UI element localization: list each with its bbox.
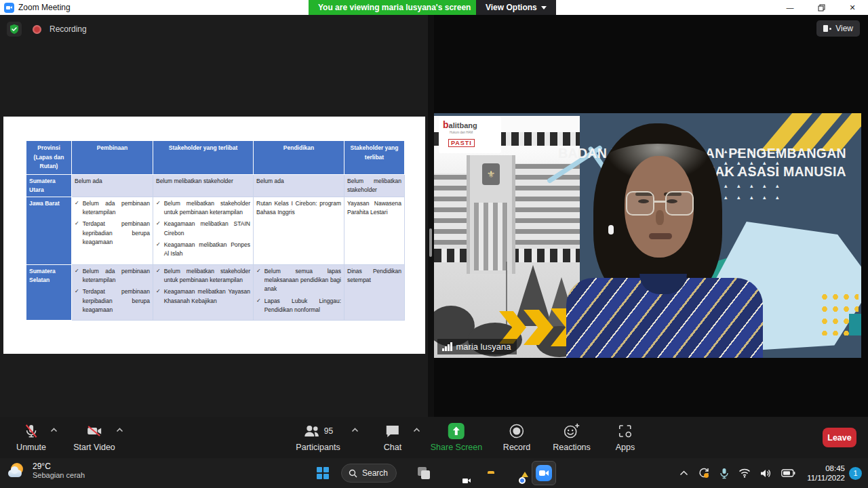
- search-icon: [349, 469, 357, 478]
- view-layout-button[interactable]: View: [816, 20, 860, 37]
- checkmark-icon: ✓: [156, 220, 161, 237]
- weather-condition: Sebagian cerah: [33, 471, 85, 480]
- record-icon: [509, 422, 525, 440]
- restore-button[interactable]: [806, 0, 837, 15]
- participants-options-caret[interactable]: [351, 428, 359, 432]
- security-shield-button[interactable]: [7, 22, 22, 37]
- cell-text: Keagamaan melibatkan Yayasan Khasanah Ke…: [164, 287, 250, 305]
- view-options-label: View Options: [486, 3, 537, 12]
- task-view-button[interactable]: [418, 467, 430, 479]
- scrollbar[interactable]: [429, 228, 432, 257]
- tray-expand-chevron[interactable]: [679, 470, 688, 476]
- record-label: Record: [503, 443, 530, 452]
- record-button[interactable]: Record: [503, 422, 530, 452]
- cell-text: Dinas Pendidikan setempat: [347, 267, 401, 285]
- chat-button[interactable]: Chat: [384, 422, 401, 452]
- clock-widget[interactable]: 08:45 11/11/2022: [807, 464, 845, 483]
- glasses-icon: [626, 191, 654, 216]
- zoom-toolbar: Unmute Start Video 95 Participants: [0, 417, 868, 458]
- cell-text: Lapas Lubuk Linggau: Pendidikan nonforma…: [264, 297, 341, 314]
- table-row: Sumatera Selatan✓Belum ada pembinaan ket…: [26, 265, 405, 321]
- participant-person: [566, 123, 763, 358]
- participants-icon: 95: [303, 422, 333, 440]
- reactions-icon: [563, 422, 580, 440]
- participant-video-tile: BADAN PENELITIAN DAN PENGEMBANGAN HAK AS…: [434, 113, 861, 358]
- share-screen-button[interactable]: Share Screen: [431, 422, 482, 452]
- start-button[interactable]: [317, 467, 329, 479]
- audio-signal-icon: [442, 342, 452, 351]
- view-options-button[interactable]: View Options: [476, 0, 556, 15]
- checkmark-icon: ✓: [156, 199, 161, 217]
- chat-options-caret[interactable]: [413, 428, 420, 432]
- checkmark-icon: ✓: [75, 199, 79, 217]
- reactions-button[interactable]: Reactions: [553, 422, 591, 452]
- cell-text: Keagamaan melibatkan STAIN Cirebon: [164, 220, 250, 237]
- table-cell: Belum melibatkan stakeholder: [153, 174, 254, 197]
- notification-badge[interactable]: 1: [849, 467, 862, 480]
- video-pane: BADAN PENELITIAN DAN PENGEMBANGAN HAK AS…: [434, 15, 868, 417]
- microphone-muted-icon: [23, 422, 39, 440]
- ministry-emblem: ⚜: [482, 163, 500, 185]
- share-screen-icon: [448, 422, 465, 440]
- checkmark-icon: ✓: [156, 241, 161, 258]
- table-header-cell: Pembinaan: [72, 141, 153, 175]
- logo-name: alitbang: [449, 121, 477, 129]
- table-row: Sumatera UtaraBelum adaBelum melibatkan …: [26, 174, 405, 197]
- microphone-in-use-icon[interactable]: [719, 468, 729, 479]
- sync-status-icon[interactable]: [698, 467, 710, 479]
- cell-text: Belum melibatkan stakeholder: [347, 177, 401, 195]
- shared-document-page: Provinsi (Lapas dan Rutan)PembinaanStake…: [3, 117, 425, 354]
- view-label: View: [835, 24, 853, 33]
- table-cell: Yayasan Nawasena Parahita Lestari: [344, 197, 405, 265]
- banner-text: You are viewing maria lusyana's screen: [318, 3, 471, 12]
- chat-icon: [384, 422, 401, 440]
- checkmark-icon: ✓: [156, 267, 161, 285]
- tray-date: 11/11/2022: [807, 473, 845, 483]
- participant-name: maria lusyana: [456, 342, 511, 352]
- meeting-content: Provinsi (Lapas dan Rutan)PembinaanStake…: [0, 15, 868, 417]
- zoom-app-icon: [4, 3, 14, 13]
- participant-name-tag: maria lusyana: [437, 339, 517, 354]
- cell-text: Terdapat pembinaan kerpibadian berupa ke…: [83, 287, 150, 314]
- video-options-caret[interactable]: [116, 428, 123, 432]
- close-button[interactable]: ✕: [837, 0, 868, 15]
- minimize-button[interactable]: —: [774, 0, 806, 15]
- table-cell: ✓Belum ada pembinaan keterampilan✓Terdap…: [72, 197, 153, 265]
- table-header-cell: Stakeholder yang terlibat: [153, 141, 254, 175]
- unmute-options-caret[interactable]: [50, 428, 58, 432]
- zoom-taskbar-icon[interactable]: [532, 461, 556, 485]
- recording-dot-icon: [33, 25, 41, 34]
- cell-text: Belum ada: [256, 177, 341, 186]
- start-video-button[interactable]: Start Video: [73, 422, 115, 452]
- participants-count: 95: [324, 426, 333, 436]
- checkmark-icon: ✓: [256, 267, 261, 294]
- battery-icon[interactable]: [781, 469, 795, 477]
- pane-divider: [428, 15, 434, 417]
- leave-button[interactable]: Leave: [823, 428, 856, 447]
- chat-label: Chat: [384, 443, 401, 452]
- weather-icon: [8, 463, 26, 479]
- unmute-label: Unmute: [16, 443, 46, 452]
- windows-taskbar: 29°C Sebagian cerah Search: [0, 458, 868, 488]
- table-cell: ✓Belum melibatkan stakeholder untuk pemb…: [153, 197, 254, 265]
- apps-icon: [617, 422, 633, 440]
- table-cell: Rutan Kelas I Cirebon: program Bahasa In…: [254, 197, 344, 265]
- cell-text: Belum ada: [75, 177, 150, 186]
- table-cell: ✓Belum semua lapas melaksanaan pendidika…: [254, 265, 344, 321]
- wifi-icon[interactable]: [738, 468, 751, 478]
- volume-icon[interactable]: [760, 468, 772, 479]
- apps-button[interactable]: Apps: [616, 422, 635, 452]
- logo-subtitle: Hukum dan HAM: [450, 131, 497, 134]
- checkmark-icon: ✓: [156, 287, 161, 305]
- window-title-bar: Zoom Meeting You are viewing maria lusya…: [0, 0, 868, 15]
- search-input[interactable]: Search: [341, 464, 397, 483]
- participants-button[interactable]: 95 Participants: [296, 422, 340, 452]
- weather-widget[interactable]: 29°C Sebagian cerah: [8, 462, 85, 480]
- cell-text: Rutan Kelas I Cirebon: program Bahasa In…: [256, 199, 341, 217]
- table-cell: Belum ada: [72, 174, 153, 197]
- unmute-button[interactable]: Unmute: [16, 422, 46, 452]
- earbud: [608, 225, 614, 235]
- checkmark-icon: ✓: [256, 297, 261, 314]
- logo-badge: PASTI: [448, 139, 475, 147]
- checkmark-icon: ✓: [75, 287, 79, 314]
